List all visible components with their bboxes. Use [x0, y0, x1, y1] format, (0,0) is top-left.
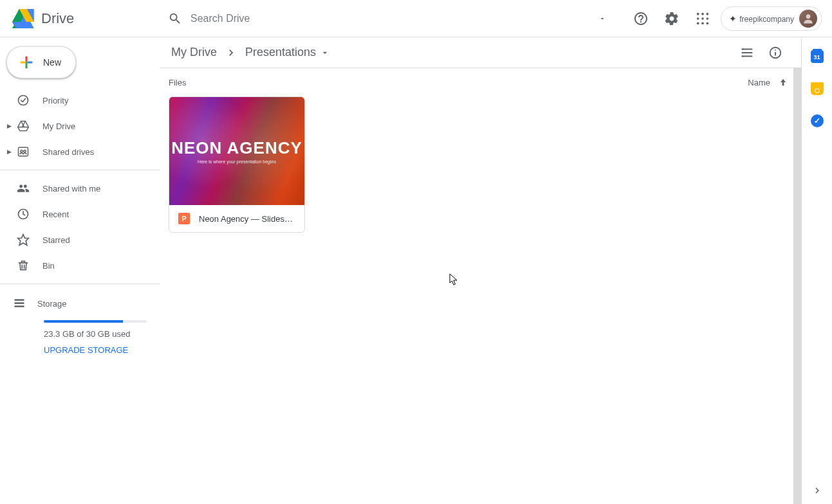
svg-marker-32 [18, 235, 29, 246]
expand-triangle-icon[interactable]: ▶ [5, 123, 13, 129]
sidebar-item-shared-with-me[interactable]: Shared with me [0, 176, 160, 201]
svg-point-30 [24, 150, 26, 152]
side-panel [801, 37, 832, 504]
svg-point-41 [775, 49, 776, 50]
mydrive-icon [15, 118, 31, 134]
apps-grid-icon[interactable] [690, 6, 716, 32]
trash-icon [15, 258, 31, 273]
tasks-icon[interactable] [811, 114, 824, 127]
svg-point-17 [702, 17, 705, 20]
scrollbar[interactable] [793, 68, 801, 504]
upgrade-storage-link[interactable]: UPGRADE STORAGE [44, 345, 147, 355]
caret-down-icon [320, 48, 330, 58]
company-label: ✦ freepikcompany [729, 14, 794, 24]
sidebar-item-starred[interactable]: Starred [0, 227, 160, 253]
svg-point-14 [702, 12, 705, 15]
keep-icon[interactable] [811, 82, 824, 95]
file-name: Neon Agency — Slides… [199, 214, 293, 224]
svg-rect-36 [742, 48, 744, 50]
list-view-icon[interactable] [734, 40, 760, 66]
sidebar-item-label: Priority [42, 96, 68, 105]
svg-point-16 [697, 17, 699, 20]
avatar [799, 10, 817, 28]
sidebar-item-priority[interactable]: Priority [0, 87, 160, 113]
priority-icon [15, 93, 31, 108]
divider [0, 284, 160, 284]
calendar-icon[interactable] [811, 50, 824, 63]
search-options-caret-icon[interactable] [589, 6, 615, 32]
file-card[interactable]: NEON AGENCY Here is where your presentat… [169, 96, 305, 233]
sidebar: New Priority ▶ My Drive ▶ Shared drives [0, 37, 160, 504]
section-header: Files Name [160, 68, 801, 96]
svg-point-23 [19, 96, 28, 105]
svg-rect-37 [742, 52, 744, 53]
file-thumbnail: NEON AGENCY Here is where your presentat… [169, 97, 304, 205]
sidebar-item-label: Recent [42, 210, 69, 219]
search-input[interactable] [190, 8, 589, 30]
settings-gear-icon[interactable] [659, 6, 685, 32]
thumbnail-subtitle: Here is where your presentation begins [198, 159, 276, 164]
breadcrumb-root[interactable]: My Drive [167, 43, 221, 62]
sidebar-item-bin[interactable]: Bin [0, 253, 160, 278]
svg-point-18 [707, 17, 709, 20]
sidebar-item-storage[interactable]: Storage [13, 293, 147, 314]
details-info-icon[interactable] [763, 40, 788, 66]
shared-drives-icon [15, 144, 31, 159]
new-button-label: New [43, 57, 61, 68]
storage-label: Storage [37, 299, 67, 309]
svg-marker-12 [12, 22, 33, 28]
storage-progress-fill [44, 320, 123, 323]
svg-rect-35 [15, 305, 24, 307]
search-icon[interactable] [160, 3, 190, 34]
header-actions: ✦ freepikcompany [628, 6, 822, 32]
new-button[interactable]: New [6, 46, 76, 78]
sidebar-item-shared-drives[interactable]: ▶ Shared drives [0, 139, 160, 165]
divider [0, 170, 160, 170]
thumbnail-title: NEON AGENCY [171, 138, 302, 158]
svg-point-29 [21, 150, 23, 152]
breadcrumb-row: My Drive Presentations [160, 37, 801, 68]
svg-point-21 [707, 22, 709, 24]
sort-arrow-up-icon [778, 77, 788, 87]
svg-rect-33 [15, 299, 24, 301]
file-grid: NEON AGENCY Here is where your presentat… [160, 96, 801, 233]
account-chip[interactable]: ✦ freepikcompany [721, 6, 822, 31]
recent-icon [15, 206, 31, 222]
breadcrumb-current-label: Presentations [245, 46, 316, 59]
sidebar-item-label: Bin [42, 261, 55, 271]
star-icon [15, 232, 31, 248]
shared-with-me-icon [15, 181, 31, 196]
app-name: Drive [41, 10, 74, 27]
chevron-right-icon [221, 46, 241, 59]
svg-point-19 [697, 22, 699, 24]
sidebar-item-label: Shared with me [42, 184, 100, 194]
plus-icon [17, 53, 35, 71]
svg-point-13 [697, 12, 699, 15]
scrollbar-thumb[interactable] [793, 68, 801, 504]
svg-point-22 [806, 14, 811, 19]
breadcrumb-current[interactable]: Presentations [241, 43, 334, 62]
expand-triangle-icon[interactable]: ▶ [5, 148, 13, 155]
sidebar-item-recent[interactable]: Recent [0, 201, 160, 227]
file-meta-row: P Neon Agency — Slides… [169, 205, 304, 232]
sidebar-item-mydrive[interactable]: ▶ My Drive [0, 113, 160, 139]
sidebar-item-label: Starred [42, 235, 70, 245]
support-icon[interactable] [628, 6, 654, 32]
header: Drive ✦ freepikcompany [0, 0, 832, 37]
main: My Drive Presentations Files Name [160, 37, 801, 504]
svg-rect-34 [15, 302, 24, 304]
drive-logo-icon [10, 6, 36, 32]
logo-area[interactable]: Drive [10, 6, 160, 32]
storage-progress-bar [44, 320, 147, 323]
search-area [160, 3, 623, 34]
svg-point-20 [702, 22, 705, 24]
svg-rect-28 [19, 147, 28, 156]
sort-column-label: Name [748, 78, 770, 87]
sort-control[interactable]: Name [748, 77, 788, 87]
storage-block: Storage 23.3 GB of 30 GB used UPGRADE ST… [0, 289, 160, 355]
svg-point-15 [707, 12, 709, 15]
side-panel-toggle-icon[interactable] [811, 485, 823, 496]
files-section-label: Files [169, 78, 186, 87]
sidebar-item-label: My Drive [42, 122, 75, 131]
breadcrumb-actions [734, 40, 788, 66]
